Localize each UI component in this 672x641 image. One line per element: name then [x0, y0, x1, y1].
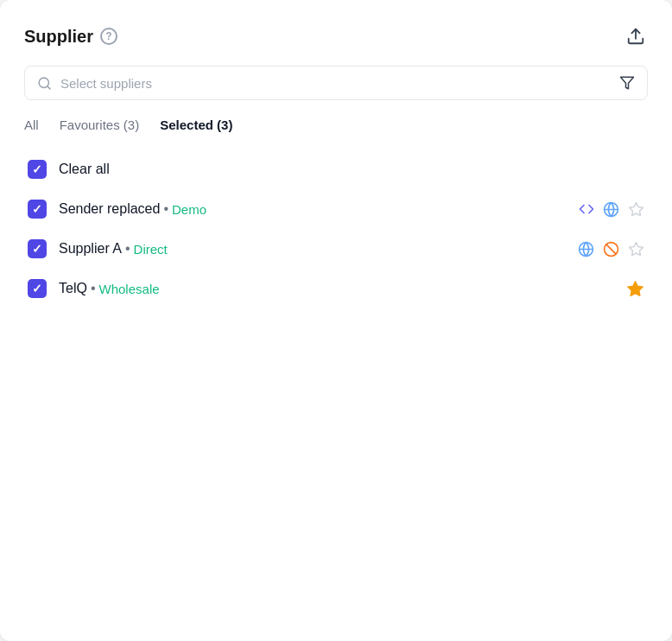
- clear-all-row: ✓ Clear all: [24, 149, 648, 189]
- list-item: ✓ TelQ • Wholesale: [24, 269, 648, 308]
- supplier-a-checkbox[interactable]: ✓: [28, 239, 47, 258]
- telq-name: TelQ: [59, 281, 87, 296]
- filter-icon[interactable]: [619, 75, 635, 91]
- tabs-bar: All Favourites (3) Selected (3): [24, 117, 648, 134]
- supplier-list: ✓ Clear all ✓ Sender replaced • Demo: [24, 149, 648, 308]
- check-icon: ✓: [32, 282, 42, 295]
- search-icon: [37, 76, 52, 91]
- list-item: ✓ Sender replaced • Demo: [24, 189, 648, 229]
- svg-marker-12: [628, 281, 643, 295]
- check-icon: ✓: [32, 163, 42, 175]
- tab-all[interactable]: All: [24, 117, 39, 134]
- telq-content: TelQ • Wholesale: [59, 281, 614, 296]
- supplier-a-content: Supplier A • Direct: [59, 241, 566, 257]
- badge-orange-icon: [603, 241, 619, 257]
- check-icon: ✓: [32, 203, 42, 215]
- dot-separator: •: [125, 241, 130, 257]
- search-bar: [24, 66, 648, 100]
- search-input[interactable]: [60, 76, 611, 91]
- globe-icon: [603, 201, 619, 218]
- tab-favourites[interactable]: Favourites (3): [60, 117, 140, 134]
- svg-marker-11: [630, 242, 643, 255]
- export-button[interactable]: [624, 24, 648, 48]
- clear-all-checkbox[interactable]: ✓: [28, 160, 47, 179]
- panel-title: Supplier: [24, 27, 93, 47]
- star-icon[interactable]: [628, 241, 644, 257]
- globe-orange-icon: [578, 241, 594, 257]
- panel-header: Supplier ?: [24, 24, 648, 48]
- telq-icons: [626, 280, 644, 298]
- supplier-a-tag: Direct: [134, 242, 168, 257]
- dot-separator: •: [163, 201, 168, 217]
- clear-all-label: Clear all: [59, 162, 110, 177]
- svg-line-2: [48, 86, 50, 88]
- supplier-a-icons: [578, 241, 644, 257]
- sender-replaced-tag: Demo: [172, 202, 206, 217]
- sender-replaced-name: Sender replaced: [59, 201, 160, 217]
- sender-replaced-content: Sender replaced • Demo: [59, 201, 567, 217]
- sender-replaced-icons: [579, 201, 644, 218]
- svg-marker-6: [630, 202, 643, 215]
- help-icon[interactable]: ?: [100, 28, 117, 45]
- dot-separator: •: [91, 281, 96, 296]
- svg-line-10: [606, 244, 616, 253]
- telq-tag: Wholesale: [99, 282, 160, 296]
- tab-selected[interactable]: Selected (3): [160, 117, 232, 134]
- telq-checkbox[interactable]: ✓: [28, 279, 47, 298]
- code-icon: [579, 201, 594, 217]
- svg-marker-3: [621, 77, 634, 89]
- supplier-a-name: Supplier A: [59, 241, 122, 257]
- star-filled-icon[interactable]: [626, 280, 644, 298]
- header-left: Supplier ?: [24, 27, 117, 47]
- supplier-panel: Supplier ? All Favourites (3): [0, 0, 672, 641]
- star-icon[interactable]: [628, 201, 644, 218]
- check-icon: ✓: [32, 243, 42, 255]
- list-item: ✓ Supplier A • Direct: [24, 229, 648, 269]
- sender-replaced-checkbox[interactable]: ✓: [28, 200, 47, 219]
